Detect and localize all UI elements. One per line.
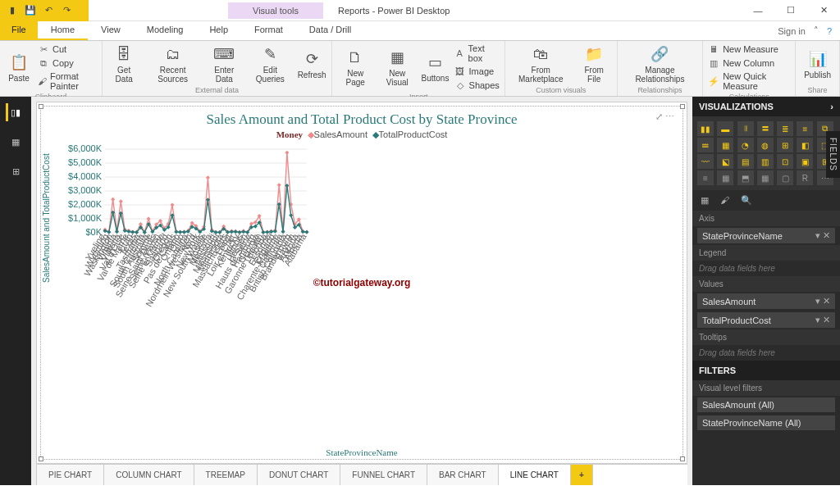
menu-help[interactable]: Help [196, 21, 241, 40]
from-file-button[interactable]: 📁From File [577, 43, 612, 85]
fields-pane-tab[interactable]: FIELDS [826, 131, 840, 178]
remove-icon[interactable]: ▾ ✕ [815, 315, 830, 325]
copy-button[interactable]: ⧉Copy [38, 57, 97, 70]
viz-type-icon[interactable]: 〓 [757, 121, 774, 136]
image-button[interactable]: 🖼Image [454, 65, 500, 78]
undo-icon[interactable]: ↶ [43, 5, 54, 16]
sign-in-link[interactable]: Sign in [778, 26, 806, 36]
filters-panel-header[interactable]: FILTERS [692, 361, 840, 380]
save-icon[interactable]: 💾 [25, 5, 36, 16]
menu-data-drill[interactable]: Data / Drill [296, 21, 364, 40]
buttons-button[interactable]: ▭Buttons [421, 51, 449, 84]
menu-format[interactable]: Format [241, 21, 296, 40]
redo-icon[interactable]: ↷ [61, 5, 72, 16]
report-view-icon[interactable]: ▯▮ [6, 103, 24, 121]
viz-type-icon[interactable]: 〰 [697, 154, 714, 169]
manage-relationships-button[interactable]: 🔗Manage Relationships [623, 43, 697, 85]
data-view-icon[interactable]: ▦ [7, 133, 25, 151]
fields-tool-icon[interactable]: ▦ [701, 195, 709, 206]
report-canvas[interactable]: ⤢ ⋯ Sales Amount and Total Product Cost … [36, 102, 687, 464]
x-axis-label: StateProvinceName [326, 447, 397, 457]
viz-type-icon[interactable]: ≣ [777, 121, 793, 136]
svg-text:$5,000K: $5,000K [68, 157, 103, 167]
close-button[interactable]: ✕ [807, 0, 840, 21]
viz-type-icon[interactable]: ≡ [697, 170, 714, 185]
enter-data-button[interactable]: ⌨Enter Data [205, 43, 244, 85]
new-measure-button[interactable]: 🖩New Measure [708, 43, 790, 56]
page-tab[interactable]: FUNNEL CHART [340, 465, 427, 485]
focus-mode-icon[interactable]: ⤢ ⋯ [655, 111, 674, 122]
format-painter-button[interactable]: 🖌Format Painter [38, 70, 97, 92]
paste-button[interactable]: 📋Paste [5, 51, 33, 84]
recent-sources-button[interactable]: 🗂Recent Sources [146, 43, 200, 85]
canvas-area: ⤢ ⋯ Sales Amount and Total Product Cost … [31, 97, 692, 485]
viz-type-icon[interactable]: ⬒ [737, 170, 754, 185]
page-tab[interactable]: PIE CHART [36, 465, 104, 485]
page-tab[interactable]: COLUMN CHART [104, 465, 194, 485]
get-data-button[interactable]: 🗄Get Data [107, 43, 141, 85]
svg-text:$1,000K: $1,000K [68, 213, 103, 223]
viz-type-icon[interactable]: ◔ [737, 138, 754, 152]
cut-button[interactable]: ✂Cut [38, 43, 97, 56]
add-page-button[interactable]: + [571, 465, 593, 485]
viz-type-icon[interactable]: ⊡ [777, 154, 793, 169]
app-icon: ▮ [7, 5, 18, 16]
viz-type-icon[interactable]: ▬ [717, 121, 733, 136]
remove-icon[interactable]: ▾ ✕ [815, 230, 830, 241]
page-tab[interactable]: TREEMAP [194, 465, 258, 485]
edit-queries-button[interactable]: ✎Edit Queries [249, 43, 292, 85]
viz-type-icon[interactable]: ▥ [757, 154, 774, 169]
new-quick-measure-button[interactable]: ⚡New Quick Measure [708, 70, 790, 92]
page-tab[interactable]: BAR CHART [427, 465, 499, 485]
viz-type-icon[interactable]: ▦ [717, 170, 733, 185]
viz-type-icon[interactable]: ◧ [797, 138, 813, 152]
viz-type-icon[interactable]: ⊞ [777, 138, 793, 152]
value-field-pill[interactable]: SalesAmount▾ ✕ [697, 293, 835, 309]
refresh-button[interactable]: ⟳Refresh [297, 48, 327, 81]
viz-type-icon[interactable]: ⬕ [717, 154, 733, 169]
ribbon: 📋Paste ✂Cut ⧉Copy 🖌Format Painter Clipbo… [0, 41, 840, 97]
left-nav-rail: ▯▮ ▦ ⊞ [0, 97, 31, 485]
text-box-button[interactable]: AText box [454, 43, 500, 64]
menu-modeling[interactable]: Modeling [134, 21, 197, 40]
viz-type-icon[interactable]: R [797, 170, 813, 185]
analytics-tool-icon[interactable]: 🔍 [741, 195, 752, 206]
model-view-icon[interactable]: ⊞ [7, 162, 25, 180]
filter-pill[interactable]: StateProvinceName (All) [697, 415, 835, 430]
axis-field-pill[interactable]: StateProvinceName▾ ✕ [697, 228, 835, 243]
tooltips-drop-zone[interactable]: Drag data fields here [692, 345, 840, 361]
viz-type-icon[interactable]: ▦ [717, 138, 733, 152]
viz-type-icon[interactable]: ▮▮ [697, 121, 714, 136]
page-tab-active[interactable]: LINE CHART [499, 465, 571, 485]
publish-button[interactable]: 📊Publish [801, 48, 834, 81]
filter-pill[interactable]: SalesAmount (All) [697, 397, 835, 412]
svg-text:$3,000K: $3,000K [68, 185, 103, 195]
viz-type-icon[interactable]: ⩸ [697, 138, 714, 152]
new-page-button[interactable]: 🗋New Page [337, 46, 373, 89]
viz-type-icon[interactable]: ≡ [797, 121, 813, 136]
new-column-button[interactable]: ▥New Column [708, 57, 790, 70]
viz-type-icon[interactable]: ▢ [777, 170, 793, 185]
value-field-pill[interactable]: TotalProductCost▾ ✕ [697, 312, 835, 328]
menu-view[interactable]: View [88, 21, 134, 40]
menu-home[interactable]: Home [38, 21, 88, 40]
viz-type-icon[interactable]: ▦ [757, 170, 774, 185]
from-marketplace-button[interactable]: 🛍From Marketplace [510, 43, 572, 85]
remove-icon[interactable]: ▾ ✕ [815, 296, 830, 306]
chevron-up-icon[interactable]: ˄ [814, 25, 819, 36]
help-icon[interactable]: ? [827, 26, 832, 36]
minimize-button[interactable]: — [742, 0, 774, 21]
viz-panel-header[interactable]: VISUALIZATIONS› [692, 97, 840, 116]
viz-type-icon[interactable]: ▣ [797, 154, 813, 169]
chart-visual[interactable]: ⤢ ⋯ Sales Amount and Total Product Cost … [40, 106, 683, 460]
file-menu[interactable]: File [0, 21, 38, 40]
viz-type-icon[interactable]: ◍ [757, 138, 774, 152]
format-tool-icon[interactable]: 🖌 [720, 195, 729, 206]
new-visual-button[interactable]: ▦New Visual [378, 46, 416, 89]
viz-type-icon[interactable]: ▤ [737, 154, 754, 169]
page-tab[interactable]: DONUT CHART [258, 465, 340, 485]
viz-type-icon[interactable]: ⫴ [737, 121, 754, 136]
legend-drop-zone[interactable]: Drag data fields here [692, 261, 840, 276]
maximize-button[interactable]: ☐ [774, 0, 807, 21]
shapes-button[interactable]: ◇Shapes [454, 79, 500, 92]
